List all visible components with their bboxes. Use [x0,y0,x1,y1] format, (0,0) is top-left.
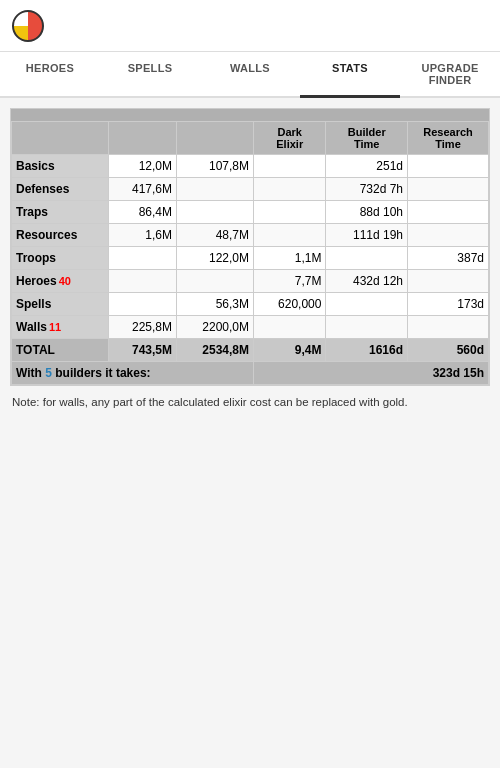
table-row: Spells56,3M620,000173d [12,293,489,316]
cell-dark [254,316,326,339]
cell-elixir: 2200,0M [177,316,254,339]
cell-gold: 225,8M [109,316,177,339]
cell-dark: 7,7M [254,270,326,293]
tab-upgrade-finder[interactable]: UPGRADE FINDER [400,52,500,96]
cell-elixir: 122,0M [177,247,254,270]
cell-research [408,178,489,201]
col-header-research: ResearchTime [408,122,489,155]
cell-research [408,155,489,178]
col-header-elixir [177,122,254,155]
cell-dark: 1,1M [254,247,326,270]
row-label: Walls11 [12,316,109,339]
cell-dark [254,178,326,201]
cell-research: 173d [408,293,489,316]
table-row: Traps86,4M88d 10h [12,201,489,224]
cell-builder: 251d [326,155,408,178]
cell-gold [109,293,177,316]
badge: 11 [49,321,61,333]
cell-gold: 417,6M [109,178,177,201]
stats-header [11,109,489,121]
table-row: Basics12,0M107,8M251d [12,155,489,178]
tab-walls[interactable]: WALLS [200,52,300,96]
column-headers: DarkElixir BuilderTime ResearchTime [12,122,489,155]
cell-dark [254,201,326,224]
cell-gold: 12,0M [109,155,177,178]
cell-research [408,316,489,339]
total-value: 560d [408,339,489,362]
col-header-gold [109,122,177,155]
total-value: 743,5M [109,339,177,362]
note-text: Note: for walls, any part of the calcula… [10,386,490,415]
cell-builder [326,316,408,339]
builders-label: With 5 builders it takes: [12,362,254,385]
top-bar [0,0,500,52]
cell-dark [254,224,326,247]
tab-spells[interactable]: SPELLS [100,52,200,96]
cell-builder [326,293,408,316]
cell-elixir [177,178,254,201]
cell-builder: 432d 12h [326,270,408,293]
row-label: Traps [12,201,109,224]
row-label: Troops [12,247,109,270]
col-header-builder: BuilderTime [326,122,408,155]
cell-builder: 732d 7h [326,178,408,201]
nav-tabs: HEROES SPELLS WALLS STATS UPGRADE FINDER [0,52,500,98]
cell-elixir: 107,8M [177,155,254,178]
cell-dark: 620,000 [254,293,326,316]
col-header-category [12,122,109,155]
table-row: Heroes407,7M432d 12h [12,270,489,293]
builders-row: With 5 builders it takes:323d 15h [12,362,489,385]
row-label: Defenses [12,178,109,201]
cell-research [408,224,489,247]
app-icon [12,10,44,42]
cell-research [408,270,489,293]
row-label: Heroes40 [12,270,109,293]
cell-elixir [177,270,254,293]
row-label: Resources [12,224,109,247]
cell-gold: 86,4M [109,201,177,224]
cell-builder: 88d 10h [326,201,408,224]
tab-heroes[interactable]: HEROES [0,52,100,96]
table-row: Walls11225,8M2200,0M [12,316,489,339]
badge: 40 [59,275,71,287]
main-content: DarkElixir BuilderTime ResearchTime Basi… [0,98,500,768]
total-row: TOTAL743,5M2534,8M9,4M1616d560d [12,339,489,362]
cell-gold: 1,6M [109,224,177,247]
row-label: Spells [12,293,109,316]
cell-elixir [177,201,254,224]
table-row: Troops122,0M1,1M387d [12,247,489,270]
table-row: Resources1,6M48,7M111d 19h [12,224,489,247]
stats-table: DarkElixir BuilderTime ResearchTime Basi… [11,121,489,385]
stats-table-container: DarkElixir BuilderTime ResearchTime Basi… [10,108,490,386]
cell-research [408,201,489,224]
cell-elixir: 48,7M [177,224,254,247]
total-label: TOTAL [12,339,109,362]
cell-elixir: 56,3M [177,293,254,316]
tab-stats[interactable]: STATS [300,52,400,98]
col-header-dark: DarkElixir [254,122,326,155]
table-row: Defenses417,6M732d 7h [12,178,489,201]
total-value: 1616d [326,339,408,362]
total-value: 2534,8M [177,339,254,362]
row-label: Basics [12,155,109,178]
cell-builder [326,247,408,270]
builders-value: 323d 15h [254,362,489,385]
cell-research: 387d [408,247,489,270]
cell-dark [254,155,326,178]
cell-builder: 111d 19h [326,224,408,247]
cell-gold [109,247,177,270]
total-value: 9,4M [254,339,326,362]
cell-gold [109,270,177,293]
